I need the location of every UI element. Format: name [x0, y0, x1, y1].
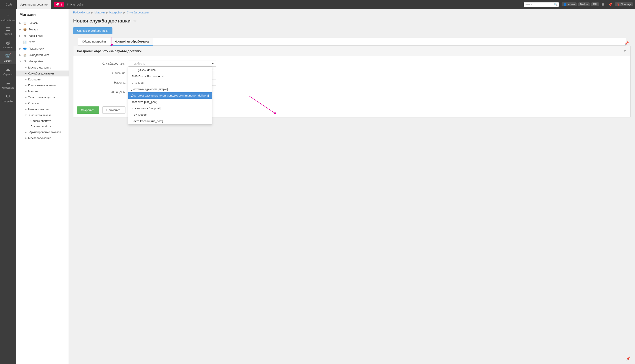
nav-item-orders[interactable]: ▶ 📋 Заказы	[16, 20, 69, 26]
breadcrumb-settings[interactable]: Настройки	[109, 11, 122, 14]
dropdown-option-ruspost[interactable]: Почта России [rus_post]	[128, 118, 212, 124]
notification-icon: 💬	[56, 3, 60, 6]
tab-handler[interactable]: Настройки обработчика	[110, 38, 153, 46]
crm-icon: 📊	[23, 40, 27, 44]
nav-settings-icon: ⚙	[23, 60, 27, 63]
nav-sub-label-taxes: Налоги	[28, 90, 38, 93]
shop-icon: 🛒	[5, 53, 11, 59]
page-header: Новая служба доставки ☆	[69, 16, 635, 27]
service-dropdown-menu: DHL (USA) [dhlusa] EMS Почта России [ems…	[128, 66, 212, 124]
sidebar-item-marketing[interactable]: ◎ Маркетинг	[0, 38, 16, 51]
dot-master	[25, 67, 27, 68]
sidebar-item-services[interactable]: ☁ Сервисы	[0, 64, 16, 78]
logout-btn[interactable]: Выйти	[578, 2, 590, 6]
nav-item-crm[interactable]: ▶ 📊 CRM	[16, 39, 69, 46]
label-description: Описание	[77, 72, 126, 75]
settings-nav-btn[interactable]: ⚙ Настройки	[67, 3, 85, 6]
sidebar-item-marketplace[interactable]: ☁ Marketplace	[0, 78, 16, 91]
dropdown-option-ups[interactable]: UPS [ups]	[128, 80, 212, 86]
nav-sub-label-archive: Архивирование заказов	[29, 130, 61, 134]
marketplace-icon: ☁	[6, 80, 10, 86]
nav-sub-delivery[interactable]: Службы доставки	[16, 70, 69, 76]
nav-sub-taxes[interactable]: Налоги	[16, 88, 69, 94]
arrow-kassas: ▶	[20, 34, 21, 37]
sidebar-label-dashboard: Рабочий стол	[1, 20, 15, 22]
notifications-count: 3	[61, 3, 62, 6]
tab-admin[interactable]: Администрирование	[17, 0, 51, 9]
nav-sub-payer-types[interactable]: Типы плательщиков	[16, 94, 69, 100]
sidebar-item-content[interactable]: ☰ Контент	[0, 24, 16, 38]
nav-sub-order-props[interactable]: ▶ Свойства заказа	[16, 112, 69, 118]
sidebar-item-settings[interactable]: ⚙ Настройки	[0, 91, 16, 105]
section-title: Настройки обработчика службы доставки	[77, 49, 142, 53]
search-box: 🔍	[524, 2, 559, 6]
label-service: Служба доставки	[77, 62, 126, 65]
section-body: Служба доставки — выбрать — ▼ DHL (USA) …	[74, 56, 630, 103]
favorite-star-icon[interactable]: ☆	[133, 18, 137, 23]
nav-label-crm: CRM	[29, 40, 35, 44]
dropdown-option-ems[interactable]: EMS Почта России [ems]	[128, 73, 212, 80]
nav-label-products: Товары	[29, 28, 39, 31]
sidebar-item-dashboard[interactable]: ⌂ Рабочий стол	[0, 10, 16, 24]
search-input[interactable]	[525, 3, 553, 6]
handler-section: Настройки обработчика службы доставки ▼ …	[73, 46, 630, 118]
dot-business	[25, 109, 27, 110]
nav-sub-locations[interactable]: Местоположения	[16, 135, 69, 141]
nav-item-warehouse[interactable]: ▶ 🏠 Складской учет	[16, 52, 69, 58]
dropdown-option-pecom[interactable]: ПЭК [pecom]	[128, 112, 212, 118]
nav-sub-companies[interactable]: Компании	[16, 76, 69, 82]
tabs-bar: Общие настройки Настройки обработчика	[78, 38, 626, 46]
services-icon: ☁	[6, 66, 10, 72]
sidebar-item-shop[interactable]: 🛒 Магазин	[0, 51, 16, 64]
breadcrumb-dashboard[interactable]: Рабочий стол	[73, 11, 90, 14]
nav-item-kassas[interactable]: ▶ 🖨 Кассы ККМ	[16, 32, 69, 39]
service-dropdown-arrow: ▼	[211, 62, 214, 65]
nav-item-products[interactable]: ▶ 📦 Товары	[16, 26, 69, 32]
nav-sub-label-statuses: Статусы	[28, 102, 39, 105]
dropdown-option-manager[interactable]: Доставка рассчитывается менеджером [mana…	[128, 92, 212, 99]
user-btn[interactable]: 👤 admin	[561, 2, 576, 6]
arrow-settings-group: ▶	[19, 60, 22, 62]
nav-sub-statuses[interactable]: Статусы	[16, 100, 69, 106]
btn-apply[interactable]: Применить	[102, 106, 126, 114]
nav-item-buyers[interactable]: ▶ 👥 Покупатели	[16, 46, 69, 52]
help-btn[interactable]: ❓ Помощь	[615, 2, 633, 6]
breadcrumb-delivery[interactable]: Службы доставки	[127, 11, 149, 14]
sidebar-label-marketing: Маркетинг	[3, 46, 14, 49]
notifications-btn[interactable]: 💬 3	[54, 2, 64, 7]
breadcrumb-sep-1: ▶	[91, 11, 93, 14]
nav-sub-archive[interactable]: ▶ Архивирование заказов	[16, 129, 69, 135]
nav-sub-props-list[interactable]: Список свойств	[16, 118, 69, 124]
nav-sub-master[interactable]: Мастер магазина	[16, 64, 69, 70]
tab-site[interactable]: Сайт	[2, 0, 16, 9]
nav-label-warehouse: Складской учет	[29, 53, 49, 57]
dropdown-option-uapost[interactable]: Новая почта [ua_post]	[128, 105, 212, 112]
dot-taxes	[25, 91, 27, 92]
nav-sub-label-business: Бизнес смыслы	[28, 108, 49, 111]
action-bar: Список служб доставки	[69, 27, 635, 38]
nav-sidebar-title: Магазин	[16, 9, 69, 20]
btn-delivery-list[interactable]: Список служб доставки	[73, 27, 113, 34]
service-dropdown-selected[interactable]: — выбрать — ▼	[128, 60, 216, 66]
layout-icon[interactable]: ⊞	[600, 2, 605, 6]
nav-sub-payment[interactable]: Платежные системы	[16, 82, 69, 88]
dropdown-option-dhlusa[interactable]: DHL (USA) [dhlusa]	[128, 67, 212, 73]
marketing-icon: ◎	[6, 40, 10, 46]
nav-sub-business[interactable]: Бизнес смыслы	[16, 106, 69, 112]
breadcrumb-shop[interactable]: Магазин	[94, 11, 105, 14]
nav-label-buyers: Покупатели	[29, 47, 44, 50]
pin-section-icon[interactable]: 📌	[624, 41, 629, 46]
products-icon: 📦	[23, 28, 27, 31]
pin-bottom-icon[interactable]: 📌	[626, 356, 630, 360]
nav-item-settings-group[interactable]: ▶ ⚙ Настройки	[16, 58, 69, 64]
section-header[interactable]: Настройки обработчика службы доставки ▼	[74, 46, 630, 56]
tab-general[interactable]: Общие настройки	[78, 38, 110, 46]
dropdown-option-simple[interactable]: Доставка курьером [simple]	[128, 86, 212, 92]
lang-btn[interactable]: RU	[591, 2, 599, 6]
nav-sub-props-groups[interactable]: Группы свойств	[16, 124, 69, 129]
gear-icon: ⚙	[67, 3, 70, 6]
search-icon: 🔍	[554, 3, 558, 6]
dropdown-option-kazpost[interactable]: Казпочта [kaz_post]	[128, 99, 212, 105]
pin-topbar-icon[interactable]: 📌	[607, 2, 613, 6]
btn-save[interactable]: Сохранить	[77, 106, 99, 114]
